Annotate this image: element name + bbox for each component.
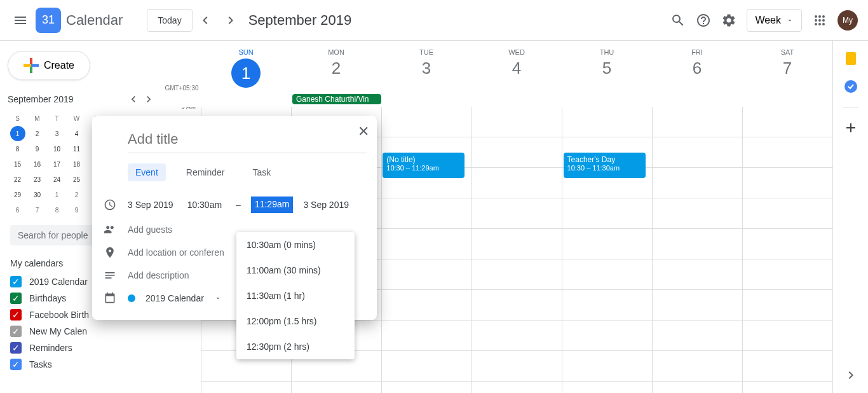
- event-title-input[interactable]: [128, 126, 367, 153]
- mini-day[interactable]: 23: [27, 172, 47, 187]
- search-button[interactable]: [665, 8, 691, 33]
- svg-point-1: [844, 80, 857, 93]
- mini-day[interactable]: 18: [67, 156, 86, 172]
- mini-day[interactable]: 8: [8, 141, 27, 156]
- calendar-item[interactable]: ✓Reminders: [8, 340, 163, 356]
- event-title: (No title): [386, 155, 461, 164]
- create-button[interactable]: Create: [8, 51, 90, 80]
- time-option[interactable]: 11:30am (1 hr): [236, 283, 355, 308]
- help-button[interactable]: [691, 8, 716, 33]
- calendar-selector[interactable]: 2019 Calendar: [146, 293, 204, 303]
- view-label: Week: [755, 15, 781, 26]
- day-header[interactable]: TUE3: [381, 41, 471, 94]
- mini-day[interactable]: 15: [8, 156, 27, 172]
- time-dash: –: [236, 200, 241, 210]
- time-option[interactable]: 12:00pm (1.5 hrs): [236, 308, 355, 334]
- event-time: 10:30 – 11:29am: [386, 164, 461, 172]
- day-column[interactable]: [381, 107, 471, 393]
- calendar-label: Reminders: [29, 343, 72, 353]
- mini-day[interactable]: 1: [47, 187, 67, 202]
- location-icon: [102, 246, 118, 259]
- collapse-panel-button[interactable]: [843, 368, 858, 383]
- today-button[interactable]: Today: [147, 9, 192, 32]
- checkbox-icon: ✓: [10, 309, 22, 321]
- mini-day[interactable]: 8: [47, 202, 67, 217]
- tab-task[interactable]: Task: [245, 163, 279, 181]
- close-button[interactable]: ✕: [358, 123, 369, 140]
- day-column[interactable]: [652, 107, 742, 393]
- calendar-item[interactable]: ✓Tasks: [8, 356, 163, 373]
- calendar-label: 2019 Calendar: [29, 277, 88, 287]
- start-time[interactable]: 10:30am: [184, 197, 226, 212]
- time-option[interactable]: 11:00am (30 mins): [236, 258, 355, 283]
- day-header[interactable]: THU5: [562, 41, 652, 94]
- end-date[interactable]: 3 Sep 2019: [303, 200, 349, 210]
- mini-day[interactable]: 7: [27, 202, 47, 217]
- day-name: SAT: [742, 48, 832, 56]
- mini-day[interactable]: 10: [47, 141, 67, 156]
- mini-day[interactable]: 2: [67, 187, 86, 202]
- start-date[interactable]: 3 Sep 2019: [128, 200, 173, 210]
- tab-reminder[interactable]: Reminder: [179, 163, 233, 181]
- day-column[interactable]: [562, 107, 652, 393]
- mini-next-button[interactable]: [142, 93, 155, 106]
- day-name: SUN: [201, 48, 291, 56]
- mini-day[interactable]: 16: [27, 156, 47, 172]
- day-column[interactable]: [471, 107, 562, 393]
- calendar-item[interactable]: ✓New My Calen: [8, 323, 163, 340]
- event-time: 10:30 – 11:30am: [567, 164, 642, 172]
- day-header[interactable]: MON2: [291, 41, 381, 94]
- day-name: TUE: [381, 48, 471, 56]
- add-description-input[interactable]: Add description: [128, 270, 189, 280]
- day-header[interactable]: SAT7: [742, 41, 832, 94]
- keep-button[interactable]: [843, 51, 858, 66]
- prev-week-button[interactable]: [193, 8, 218, 33]
- google-apps-button[interactable]: [807, 8, 832, 33]
- next-week-button[interactable]: [218, 8, 243, 33]
- mini-prev-button[interactable]: [127, 93, 140, 106]
- mini-day[interactable]: 1: [10, 126, 25, 141]
- mini-day[interactable]: 29: [8, 187, 27, 202]
- mini-day[interactable]: 9: [67, 202, 86, 217]
- day-header[interactable]: FRI6: [652, 41, 742, 94]
- tab-event[interactable]: Event: [128, 163, 166, 181]
- mini-day[interactable]: 6: [8, 202, 27, 217]
- time-option[interactable]: 10:30am (0 mins): [236, 232, 355, 258]
- mini-day[interactable]: 17: [47, 156, 67, 172]
- account-avatar[interactable]: My: [837, 10, 858, 31]
- calendar-color-dot: [128, 294, 135, 302]
- mini-day[interactable]: 25: [67, 172, 86, 187]
- mini-day[interactable]: 11: [67, 141, 86, 156]
- mini-day[interactable]: 4: [67, 126, 86, 141]
- allday-event[interactable]: Ganesh Chaturthi/Vin: [292, 94, 381, 104]
- mini-day[interactable]: 3: [47, 126, 67, 141]
- mini-day[interactable]: 2: [27, 126, 47, 141]
- checkbox-icon: ✓: [10, 359, 22, 370]
- end-time-dropdown[interactable]: 10:30am (0 mins)11:00am (30 mins)11:30am…: [236, 232, 355, 359]
- date-range-title: September 2019: [248, 12, 352, 29]
- tasks-button[interactable]: [843, 79, 858, 94]
- view-selector[interactable]: Week: [747, 9, 802, 32]
- plus-icon: [843, 120, 858, 135]
- mini-day[interactable]: 22: [8, 172, 27, 187]
- create-label: Create: [44, 60, 74, 71]
- settings-button[interactable]: [716, 8, 742, 33]
- event-block[interactable]: (No title) 10:30 – 11:29am: [383, 153, 465, 178]
- mini-day[interactable]: 9: [27, 141, 47, 156]
- add-location-input[interactable]: Add location or conferen: [128, 247, 224, 258]
- day-header[interactable]: SUN1: [201, 41, 291, 94]
- event-block[interactable]: Teacher's Day 10:30 – 11:30am: [564, 153, 646, 178]
- chevron-left-icon: [198, 13, 213, 28]
- hamburger-icon: [13, 13, 28, 28]
- add-addon-button[interactable]: [843, 120, 858, 135]
- day-column[interactable]: [742, 107, 832, 393]
- main-menu-button[interactable]: [5, 5, 36, 36]
- time-option[interactable]: 12:30pm (2 hrs): [236, 334, 355, 359]
- end-time-input[interactable]: 11:29am: [251, 197, 293, 213]
- app-title: Calendar: [66, 12, 123, 29]
- mini-day[interactable]: 30: [27, 187, 47, 202]
- add-guests-input[interactable]: Add guests: [128, 224, 172, 235]
- mini-day[interactable]: 24: [47, 172, 67, 187]
- description-icon: [102, 269, 118, 282]
- day-header[interactable]: WED4: [471, 41, 562, 94]
